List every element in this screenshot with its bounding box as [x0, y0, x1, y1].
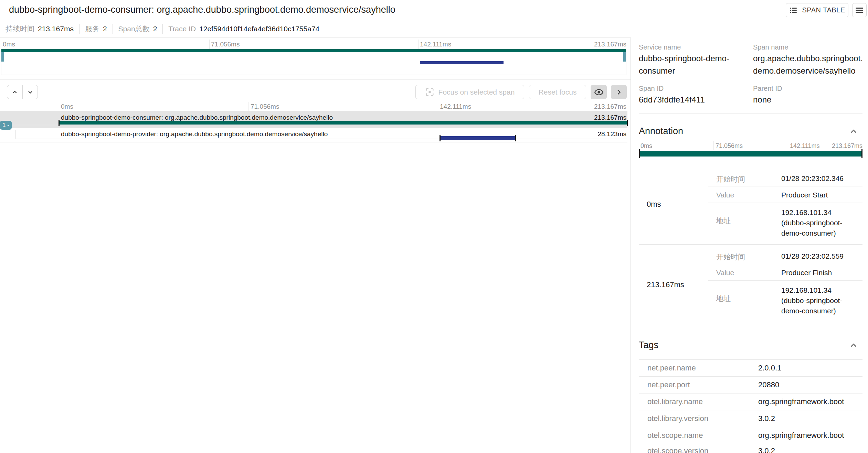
minimap-provider-span-bar[interactable] — [420, 61, 504, 64]
annotation-row-value: Producer Finish — [781, 269, 832, 277]
focus-selected-span-button[interactable]: Focus on selected span — [415, 85, 524, 99]
chevron-up-icon — [849, 127, 858, 136]
divider — [0, 142, 627, 142]
focus-icon — [425, 87, 434, 97]
trace-meta-bar: 持续时间 213.167ms 服务 2 Span总数 2 Trace ID 12… — [0, 20, 631, 37]
span-table-label: SPAN TABLE — [802, 6, 845, 14]
span-row-consumer[interactable]: dubbo-springboot-demo-consumer: org.apac… — [0, 111, 627, 128]
provider-span-bar[interactable] — [440, 136, 516, 140]
tree-connector-line — [12, 125, 59, 125]
eye-icon — [594, 87, 604, 97]
timeline-tick-3: 213.167ms — [594, 103, 626, 110]
consumer-span-bar[interactable] — [59, 121, 627, 125]
tag-name: net.peer.name — [647, 364, 696, 373]
span-row-name: dubbo-springboot-demo-consumer: org.apac… — [61, 114, 333, 121]
divider — [708, 203, 862, 203]
reset-focus-button[interactable]: Reset focus — [529, 85, 586, 99]
annotation-row-label: 地址 — [716, 294, 731, 303]
page-title: dubbo-springboot-demo-consumer: org.apac… — [9, 4, 395, 15]
tag-value: 2.0.0.1 — [758, 364, 781, 373]
annotation-row-label: 开始时间 — [716, 252, 745, 262]
parent-id-label: Parent ID — [753, 85, 782, 93]
prev-span-button[interactable] — [7, 85, 22, 99]
tags-collapse-button[interactable] — [848, 340, 859, 351]
tag-value: 3.0.2 — [758, 414, 775, 423]
duration-value: 213.167ms — [38, 25, 74, 33]
annotation-tick-0: 0ms — [641, 142, 652, 150]
tree-connector-line — [15, 130, 16, 139]
divider — [639, 393, 862, 393]
service-name-label: Service name — [639, 43, 681, 51]
minimap-right-handle[interactable] — [623, 52, 626, 62]
minimap-tick-1: 71.056ms — [211, 41, 240, 48]
annotation-span-bar[interactable] — [639, 151, 862, 157]
divider — [639, 444, 862, 444]
trace-id-label: Trace ID — [168, 25, 196, 33]
annotation-row-value: 01/28 20:23:02.559 — [781, 252, 844, 260]
divider — [708, 186, 862, 186]
hamburger-icon — [855, 6, 864, 15]
chevron-right-icon — [615, 88, 623, 96]
annotation-gridline — [788, 141, 788, 150]
menu-button[interactable] — [852, 3, 867, 17]
row-navigation-group — [7, 85, 38, 99]
chevron-down-icon — [27, 89, 34, 96]
title-bar: dubbo-springboot-demo-consumer: org.apac… — [0, 0, 868, 20]
tree-guide-line — [15, 139, 627, 139]
annotation-time: 213.167ms — [647, 280, 684, 289]
next-span-button[interactable] — [22, 85, 38, 99]
divider — [708, 264, 862, 264]
tag-name: net.peer.port — [647, 380, 690, 389]
annotation-row-value: 192.168.101.34 (dubbo-springboot-demo-co… — [781, 207, 855, 238]
focus-button-label: Focus on selected span — [438, 88, 515, 96]
collapse-panel-button[interactable] — [611, 85, 627, 99]
divider — [639, 427, 862, 427]
minimap-tick-0: 0ms — [3, 41, 15, 48]
duration-label: 持续时间 — [6, 24, 34, 34]
collapse-children-badge[interactable]: 1 - — [0, 121, 12, 130]
annotation-collapse-button[interactable] — [848, 126, 859, 137]
annotation-row-value: 01/28 20:23:02.346 — [781, 174, 844, 183]
divider — [639, 114, 862, 114]
span-id-label: Span ID — [639, 85, 664, 93]
timeline-gridline — [438, 102, 438, 111]
services-value: 2 — [103, 25, 107, 33]
span-name-label: Span name — [753, 43, 788, 51]
annotation-row-value: Producer Start — [781, 191, 828, 199]
panel-divider — [631, 37, 631, 453]
divider — [708, 280, 862, 281]
divider — [639, 410, 862, 410]
timeline-minimap[interactable] — [1, 49, 626, 75]
tag-value: 3.0.2 — [758, 446, 775, 453]
tags-section-title: Tags — [639, 340, 658, 350]
toggle-visibility-button[interactable] — [591, 85, 607, 99]
divider — [79, 24, 80, 34]
span-row-duration: 213.167ms — [594, 114, 626, 121]
timeline-tick-2: 142.111ms — [440, 103, 471, 110]
annotation-row-label: Value — [716, 191, 734, 199]
divider — [0, 79, 631, 80]
service-name-value: dubbo-springboot-demo-consumer — [639, 52, 739, 77]
parent-id-value: none — [753, 94, 771, 106]
span-row-provider[interactable]: dubbo-springboot-demo-provider: org.apac… — [0, 129, 627, 142]
trace-id-value: 12ef594d10f14efa4ef36d10c1755a74 — [199, 25, 319, 33]
span-name-value: org.apache.dubbo.springboot.demo.demoser… — [753, 52, 864, 77]
tag-value: 20880 — [758, 380, 779, 389]
tag-value: org.springframework.boot — [758, 397, 844, 406]
divider — [113, 24, 113, 34]
span-total-value: 2 — [153, 25, 157, 33]
minimap-consumer-span-bar[interactable] — [1, 49, 626, 52]
list-icon — [789, 6, 798, 15]
chevron-up-icon — [11, 89, 18, 96]
divider — [162, 24, 163, 34]
divider — [639, 376, 862, 377]
span-table-button[interactable]: SPAN TABLE — [786, 3, 848, 17]
reset-focus-label: Reset focus — [539, 88, 577, 96]
tag-value: org.springframework.boot — [758, 431, 844, 440]
span-total-label: Span总数 — [118, 24, 150, 34]
timeline-gridline — [248, 102, 249, 111]
annotation-row-label: 开始时间 — [716, 174, 745, 184]
timeline-tick-0: 0ms — [61, 103, 73, 110]
annotation-row-label: Value — [716, 269, 734, 277]
minimap-left-handle[interactable] — [1, 52, 4, 62]
